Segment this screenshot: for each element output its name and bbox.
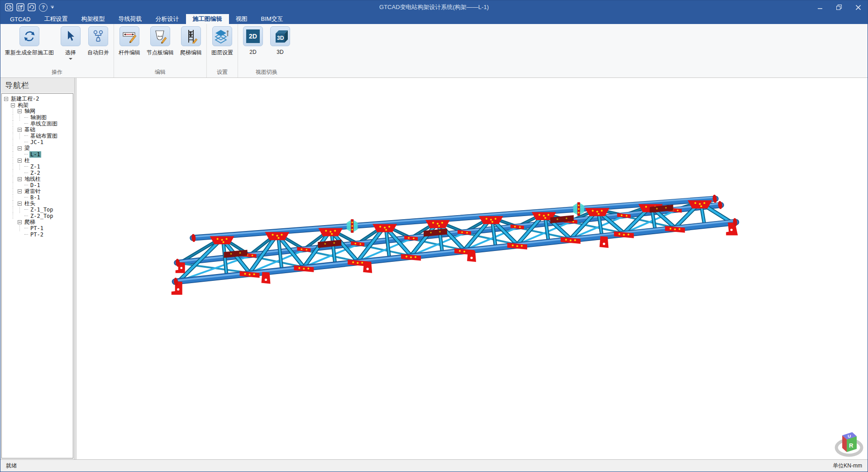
auto-merge-icon (88, 26, 108, 46)
ladder-edit-icon (181, 26, 201, 46)
tree-item-label[interactable]: Z-1 (29, 164, 41, 170)
tree-item-label[interactable]: PT-2 (29, 231, 44, 238)
tree-item-基础布置图[interactable]: 基础布置图 (4, 133, 73, 140)
tree-guide (4, 170, 11, 176)
tree-item-单线立面图[interactable]: 单线立面图 (4, 120, 73, 127)
project-tree[interactable]: 新建工程-2构架轴网轴测图单线立面图基础基础布置图JC-1梁L-1柱Z-1Z-2… (1, 93, 73, 458)
tree-guide (4, 158, 11, 164)
tree-guide (4, 213, 11, 219)
tree-guide (11, 201, 18, 207)
tree-item-JC-1[interactable]: JC-1 (4, 139, 73, 145)
tab-视图[interactable]: 视图 (229, 14, 254, 24)
tree-guide (11, 231, 18, 238)
layer-settings-button[interactable]: 图层设置 (211, 26, 233, 57)
tree-guide (11, 164, 18, 170)
svg-text:U: U (848, 433, 851, 438)
3d-viewport[interactable]: UR (76, 78, 868, 459)
tab-BIM交互[interactable]: BIM交互 (254, 14, 290, 24)
view-2d-button[interactable]: 2D 2D (243, 26, 263, 55)
tree-connector (24, 117, 28, 118)
auto-merge-button[interactable]: 自动归并 (87, 26, 109, 57)
tree-item-Z-1[interactable]: Z-1 (4, 164, 73, 170)
tree-item-新建工程-2[interactable]: 新建工程-2 (4, 96, 73, 102)
tree-collapse-toggle[interactable] (18, 159, 22, 163)
tab-构架模型[interactable]: 构架模型 (75, 14, 112, 24)
tab-GTCAD[interactable]: GTCAD (3, 14, 38, 24)
regenerate-all-drawings-button[interactable]: 重新生成全部施工图 (5, 26, 54, 57)
tree-guide (4, 231, 11, 238)
gauge-icon[interactable] (5, 3, 13, 11)
tree-item-PT-1[interactable]: PT-1 (4, 225, 73, 231)
tree-guide (18, 231, 24, 238)
tree-item-构架[interactable]: 构架 (4, 102, 73, 109)
tree-guide (4, 139, 11, 145)
tree-collapse-toggle[interactable] (18, 202, 22, 206)
tree-item-label[interactable]: JC-1 (29, 139, 44, 145)
tree-guide (11, 195, 18, 201)
navigation-panel-title: 导航栏 (0, 78, 74, 92)
tree-collapse-toggle[interactable] (18, 177, 22, 181)
tab-导线荷载[interactable]: 导线荷载 (112, 14, 149, 24)
tree-guide (4, 133, 11, 140)
tree-guide (11, 225, 18, 231)
brand-cube-logo: UR (836, 432, 862, 455)
tree-item-避雷针[interactable]: 避雷针 (4, 188, 73, 195)
select-dropdown-arrow-icon[interactable] (69, 58, 72, 60)
tree-item-label[interactable]: PT-1 (29, 225, 44, 231)
view-2d-icon: 2D (243, 26, 263, 46)
gusset-plate-edit-button[interactable]: 节点板编辑 (147, 26, 174, 57)
tree-item-Z-1_Top[interactable]: Z-1_Top (4, 207, 73, 213)
member-edit-button[interactable]: 杆件编辑 (119, 26, 140, 57)
tree-guide (11, 115, 18, 121)
restore-button[interactable] (830, 0, 849, 14)
tree-collapse-toggle[interactable] (18, 220, 22, 224)
rotate-icon[interactable] (28, 3, 36, 11)
group-label-settings: 设置 (207, 68, 238, 76)
tree-collapse-toggle[interactable] (18, 189, 22, 193)
tab-工程设置[interactable]: 工程设置 (38, 14, 75, 24)
tree-item-Z-2_Top[interactable]: Z-2_Top (4, 213, 73, 219)
tree-guide (4, 182, 11, 188)
ladder-edit-button[interactable]: 爬梯编辑 (180, 26, 202, 57)
tree-item-地线柱[interactable]: 地线柱 (4, 176, 73, 183)
tree-collapse-toggle[interactable] (4, 97, 8, 101)
export-icon[interactable] (16, 3, 24, 11)
tree-connector (24, 166, 28, 167)
tree-collapse-toggle[interactable] (18, 146, 22, 150)
customize-quick-access-icon[interactable] (51, 5, 54, 10)
tree-item-爬梯[interactable]: 爬梯 (4, 219, 73, 226)
minimize-button[interactable] (811, 0, 830, 14)
tree-guide (4, 102, 11, 109)
tree-item-PT-2[interactable]: PT-2 (4, 231, 73, 238)
view-3d-button[interactable]: 3D 3D (270, 26, 291, 55)
tree-connector (24, 154, 28, 155)
tree-connector (24, 209, 28, 210)
tree-item-B-1[interactable]: B-1 (4, 195, 73, 201)
select-button[interactable]: 选择 (60, 26, 81, 60)
tree-guide (4, 115, 11, 121)
app-window: ? GTCAD变电站构架设计系统(构架——L-1) GTCAD工程设置构架模型导… (0, 0, 868, 472)
tree-guide (11, 158, 18, 164)
tree-item-L-1[interactable]: L-1 (4, 151, 73, 158)
tree-connector (24, 135, 28, 136)
tree-connector (24, 173, 28, 173)
tree-collapse-toggle[interactable] (11, 103, 15, 107)
tree-guide (18, 115, 24, 121)
tree-item-柱头[interactable]: 柱头 (4, 201, 73, 207)
tree-item-label-selected[interactable]: L-1 (29, 151, 41, 158)
tree-guide (11, 151, 18, 158)
3d-viewport-canvas[interactable]: UR (76, 78, 868, 459)
tree-item-label[interactable]: Z-1_Top (29, 207, 54, 213)
tree-collapse-toggle[interactable] (18, 109, 22, 113)
tree-guide (11, 213, 18, 219)
tree-item-梁[interactable]: 梁 (4, 145, 73, 152)
tree-guide (11, 182, 18, 188)
tab-施工图编辑[interactable]: 施工图编辑 (186, 14, 229, 24)
tab-分析设计[interactable]: 分析设计 (149, 14, 186, 24)
help-icon[interactable]: ? (39, 3, 48, 12)
tree-guide (4, 108, 11, 115)
tree-collapse-toggle[interactable] (18, 128, 22, 132)
close-button[interactable] (849, 0, 868, 14)
tree-connector (24, 197, 28, 198)
tree-item-柱[interactable]: 柱 (4, 158, 73, 164)
